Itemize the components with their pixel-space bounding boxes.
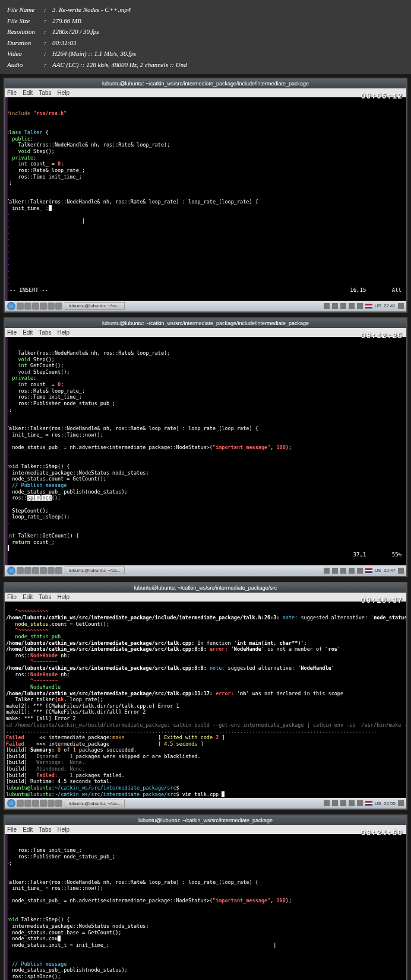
launcher-icon[interactable]: [32, 303, 39, 310]
menu-file[interactable]: File: [7, 90, 17, 96]
clock[interactable]: 22:47: [384, 568, 396, 573]
window-titlebar: lubuntu@lubuntu: ~/catkin_ws/src/interme…: [5, 583, 406, 593]
flag-icon: [365, 304, 372, 308]
menubar: File Edit Tabs Help: [5, 593, 406, 602]
terminal-editor[interactable]: Talker(ros::NodeHandle& nh, ros::Rate& l…: [5, 337, 406, 565]
start-button[interactable]: [7, 799, 15, 807]
menu-edit[interactable]: Edit: [23, 826, 33, 833]
taskbar-app[interactable]: lubuntu@lubuntu: ~/ca...: [65, 302, 125, 310]
menu-file[interactable]: File: [7, 594, 17, 600]
timestamp-overlay: 00:12:25: [361, 332, 403, 341]
flag-icon: [365, 568, 372, 573]
screenshot-2: 00:12:25 lubuntu@lubuntu: ~/catkin_ws/sr…: [4, 317, 407, 577]
start-button[interactable]: [7, 567, 15, 575]
vim-mode: -- INSERT --: [10, 287, 48, 294]
launcher-icon[interactable]: [48, 303, 55, 310]
launcher-icon[interactable]: [17, 303, 24, 310]
tray-icon[interactable]: [340, 303, 346, 309]
menu-tabs[interactable]: Tabs: [39, 329, 51, 336]
tray-icon[interactable]: [349, 303, 355, 309]
taskbar-app[interactable]: lubuntu@lubuntu: ~/ca...: [65, 800, 125, 807]
menubar: File Edit Tabs Help: [5, 825, 406, 834]
menu-help[interactable]: Help: [57, 90, 69, 96]
menu-help[interactable]: Help: [57, 594, 69, 600]
tray-icon[interactable]: [324, 303, 330, 309]
start-button[interactable]: [7, 302, 15, 310]
keyboard-indicator[interactable]: US: [375, 303, 381, 308]
taskbar: lubuntu@lubuntu: ~/ca... US 22:55: [5, 798, 406, 809]
clock[interactable]: 22:41: [384, 303, 396, 308]
launcher-icon[interactable]: [24, 303, 31, 310]
screenshot-4: 00:24:50 lubuntu@lubuntu: ~/catkin_ws/sr…: [4, 814, 407, 980]
menu-tabs[interactable]: Tabs: [39, 826, 51, 833]
menu-edit[interactable]: Edit: [23, 594, 33, 600]
taskbar: lubuntu@lubuntu: ~/ca... US 22:41: [5, 301, 406, 311]
timestamp-overlay: 00:06:12: [361, 92, 403, 101]
terminal-editor[interactable]: #include #include "ros/ros.h""ros/ros.h"…: [5, 97, 406, 301]
flag-icon: [365, 801, 372, 806]
launcher-icon[interactable]: [40, 303, 47, 310]
window-titlebar: lubuntu@lubuntu: ~/catkin_ws/src/interme…: [5, 319, 406, 328]
menu-edit[interactable]: Edit: [23, 90, 33, 96]
menubar: File Edit Tabs Help: [5, 88, 406, 97]
tray-icon[interactable]: [357, 303, 363, 309]
terminal-editor[interactable]: ros::Time init_time_; ros::Publisher nod…: [5, 834, 406, 980]
menu-help[interactable]: Help: [57, 329, 69, 336]
menubar: File Edit Tabs Help: [5, 328, 406, 337]
menu-edit[interactable]: Edit: [23, 329, 33, 336]
menu-tabs[interactable]: Tabs: [39, 90, 51, 96]
clock[interactable]: 22:55: [384, 801, 396, 806]
media-info: File Name:3. Re-write Nodes - C++.mp4 Fi…: [0, 0, 411, 74]
screenshot-1: 00:06:12 lubuntu@lubuntu: ~/catkin_ws/sr…: [4, 78, 407, 313]
taskbar: lubuntu@lubuntu: ~/ca... US 22:47: [5, 565, 406, 576]
menu-file[interactable]: File: [7, 329, 17, 336]
window-titlebar: lubuntu@lubuntu: ~/catkin_ws/src/interme…: [5, 816, 406, 825]
timestamp-overlay: 00:18:37: [361, 596, 403, 605]
keyboard-indicator[interactable]: US: [375, 801, 381, 806]
launcher-icon[interactable]: [55, 303, 62, 310]
screenshot-3: 00:18:37 lubuntu@lubuntu: ~/catkin_ws/sr…: [4, 582, 407, 810]
window-titlebar: lubuntu@lubuntu: ~/catkin_ws/src/interme…: [5, 79, 406, 88]
tray-icon[interactable]: [332, 303, 338, 309]
menu-help[interactable]: Help: [57, 826, 69, 833]
timestamp-overlay: 00:24:50: [361, 829, 403, 838]
taskbar-app[interactable]: lubuntu@lubuntu: ~/ca...: [65, 567, 125, 574]
menu-file[interactable]: File: [7, 826, 17, 833]
terminal-output[interactable]: ^~~~~~~~~~~ /home/lubuntu/catkin_ws/src/…: [5, 602, 406, 798]
menu-tabs[interactable]: Tabs: [39, 594, 51, 600]
keyboard-indicator[interactable]: US: [375, 568, 381, 573]
tray-icon[interactable]: [398, 303, 404, 309]
